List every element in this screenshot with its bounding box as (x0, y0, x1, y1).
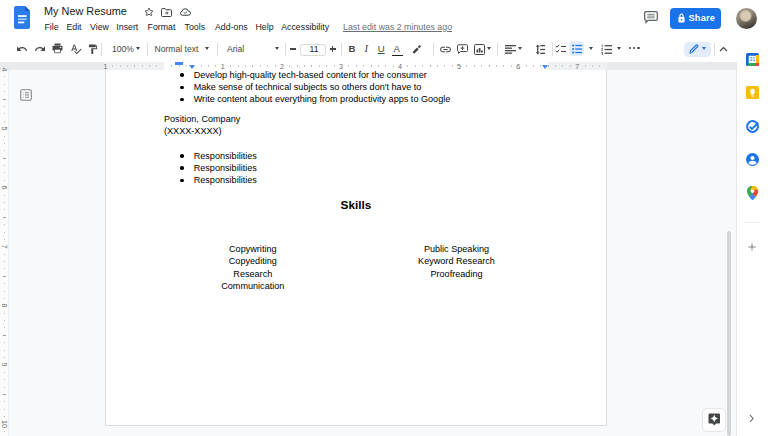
svg-text:31: 31 (749, 56, 755, 62)
